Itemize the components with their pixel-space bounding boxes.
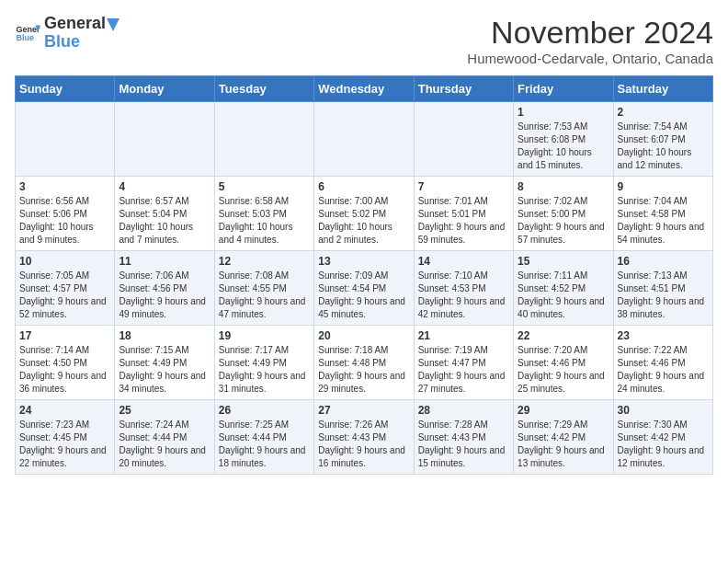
- location-title: Humewood-Cedarvale, Ontario, Canada: [467, 51, 713, 66]
- calendar-cell: 24Sunrise: 7:23 AM Sunset: 4:45 PM Dayli…: [16, 400, 115, 475]
- day-number: 7: [418, 180, 509, 193]
- page-header: General Blue General Blue November 2024 …: [15, 15, 713, 66]
- calendar-cell: 6Sunrise: 7:00 AM Sunset: 5:02 PM Daylig…: [314, 177, 414, 251]
- logo-blue-text: Blue: [44, 32, 80, 51]
- month-title: November 2024: [467, 15, 713, 51]
- svg-text:Blue: Blue: [16, 33, 34, 42]
- day-info: Sunrise: 7:02 AM Sunset: 5:00 PM Dayligh…: [518, 195, 609, 247]
- day-info: Sunrise: 6:58 AM Sunset: 5:03 PM Dayligh…: [219, 195, 310, 247]
- weekday-header-saturday: Saturday: [613, 76, 712, 102]
- calendar-cell: 27Sunrise: 7:26 AM Sunset: 4:43 PM Dayli…: [314, 400, 414, 475]
- day-info: Sunrise: 6:57 AM Sunset: 5:04 PM Dayligh…: [119, 195, 210, 247]
- day-info: Sunrise: 7:19 AM Sunset: 4:47 PM Dayligh…: [418, 344, 509, 396]
- day-number: 9: [618, 180, 709, 193]
- logo-triangle-icon: [107, 18, 119, 31]
- day-info: Sunrise: 7:00 AM Sunset: 5:02 PM Dayligh…: [318, 195, 409, 247]
- calendar-cell: 26Sunrise: 7:25 AM Sunset: 4:44 PM Dayli…: [214, 400, 313, 475]
- calendar-cell: 21Sunrise: 7:19 AM Sunset: 4:47 PM Dayli…: [414, 326, 513, 400]
- calendar-cell: 14Sunrise: 7:10 AM Sunset: 4:53 PM Dayli…: [414, 251, 513, 326]
- day-info: Sunrise: 7:53 AM Sunset: 6:08 PM Dayligh…: [518, 121, 609, 172]
- day-number: 3: [19, 180, 110, 193]
- day-number: 15: [518, 255, 609, 268]
- day-info: Sunrise: 7:04 AM Sunset: 4:58 PM Dayligh…: [618, 195, 709, 247]
- logo-general-text: General: [44, 15, 106, 33]
- day-info: Sunrise: 7:22 AM Sunset: 4:46 PM Dayligh…: [618, 344, 709, 396]
- calendar-cell: 2Sunrise: 7:54 AM Sunset: 6:07 PM Daylig…: [613, 102, 712, 177]
- day-info: Sunrise: 7:14 AM Sunset: 4:50 PM Dayligh…: [19, 344, 110, 396]
- day-number: 24: [19, 404, 110, 417]
- weekday-header-sunday: Sunday: [16, 76, 115, 102]
- weekday-header-monday: Monday: [115, 76, 214, 102]
- calendar-cell: 25Sunrise: 7:24 AM Sunset: 4:44 PM Dayli…: [115, 400, 214, 475]
- weekday-header-friday: Friday: [514, 76, 613, 102]
- day-info: Sunrise: 7:06 AM Sunset: 4:56 PM Dayligh…: [119, 270, 210, 321]
- calendar-cell: 4Sunrise: 6:57 AM Sunset: 5:04 PM Daylig…: [115, 177, 214, 251]
- weekday-header-tuesday: Tuesday: [214, 76, 313, 102]
- calendar-cell: 12Sunrise: 7:08 AM Sunset: 4:55 PM Dayli…: [214, 251, 313, 326]
- calendar-cell: 13Sunrise: 7:09 AM Sunset: 4:54 PM Dayli…: [314, 251, 414, 326]
- day-number: 19: [219, 329, 310, 342]
- calendar-cell: 11Sunrise: 7:06 AM Sunset: 4:56 PM Dayli…: [115, 251, 214, 326]
- calendar-header: SundayMondayTuesdayWednesdayThursdayFrid…: [16, 76, 713, 102]
- calendar-body: 1Sunrise: 7:53 AM Sunset: 6:08 PM Daylig…: [16, 102, 713, 475]
- day-info: Sunrise: 7:08 AM Sunset: 4:55 PM Dayligh…: [219, 270, 310, 321]
- day-info: Sunrise: 7:26 AM Sunset: 4:43 PM Dayligh…: [318, 419, 409, 470]
- svg-marker-3: [107, 18, 119, 31]
- day-number: 20: [318, 329, 409, 342]
- calendar-week-row: 10Sunrise: 7:05 AM Sunset: 4:57 PM Dayli…: [16, 251, 713, 326]
- calendar-cell: 18Sunrise: 7:15 AM Sunset: 4:49 PM Dayli…: [115, 326, 214, 400]
- weekday-header-wednesday: Wednesday: [314, 76, 414, 102]
- calendar-cell: 1Sunrise: 7:53 AM Sunset: 6:08 PM Daylig…: [514, 102, 613, 177]
- calendar-cell: 22Sunrise: 7:20 AM Sunset: 4:46 PM Dayli…: [514, 326, 613, 400]
- logo: General Blue General Blue: [15, 15, 106, 52]
- day-info: Sunrise: 7:30 AM Sunset: 4:42 PM Dayligh…: [618, 419, 709, 470]
- day-info: Sunrise: 6:56 AM Sunset: 5:06 PM Dayligh…: [19, 195, 110, 247]
- day-info: Sunrise: 7:25 AM Sunset: 4:44 PM Dayligh…: [219, 419, 310, 470]
- day-number: 30: [618, 404, 709, 417]
- day-number: 12: [219, 255, 310, 268]
- weekday-header-thursday: Thursday: [414, 76, 513, 102]
- day-info: Sunrise: 7:11 AM Sunset: 4:52 PM Dayligh…: [518, 270, 609, 321]
- calendar-cell: 30Sunrise: 7:30 AM Sunset: 4:42 PM Dayli…: [613, 400, 712, 475]
- calendar-cell: 7Sunrise: 7:01 AM Sunset: 5:01 PM Daylig…: [414, 177, 513, 251]
- calendar-cell: 19Sunrise: 7:17 AM Sunset: 4:49 PM Dayli…: [214, 326, 313, 400]
- day-info: Sunrise: 7:09 AM Sunset: 4:54 PM Dayligh…: [318, 270, 409, 321]
- calendar-table: SundayMondayTuesdayWednesdayThursdayFrid…: [15, 75, 713, 475]
- day-number: 18: [119, 329, 210, 342]
- day-info: Sunrise: 7:17 AM Sunset: 4:49 PM Dayligh…: [219, 344, 310, 396]
- calendar-cell: 23Sunrise: 7:22 AM Sunset: 4:46 PM Dayli…: [613, 326, 712, 400]
- calendar-cell: 28Sunrise: 7:28 AM Sunset: 4:43 PM Dayli…: [414, 400, 513, 475]
- day-info: Sunrise: 7:01 AM Sunset: 5:01 PM Dayligh…: [418, 195, 509, 247]
- calendar-cell: 10Sunrise: 7:05 AM Sunset: 4:57 PM Dayli…: [16, 251, 115, 326]
- day-number: 29: [518, 404, 609, 417]
- day-info: Sunrise: 7:13 AM Sunset: 4:51 PM Dayligh…: [618, 270, 709, 321]
- day-info: Sunrise: 7:54 AM Sunset: 6:07 PM Dayligh…: [618, 121, 709, 172]
- calendar-week-row: 1Sunrise: 7:53 AM Sunset: 6:08 PM Daylig…: [16, 102, 713, 177]
- day-info: Sunrise: 7:15 AM Sunset: 4:49 PM Dayligh…: [119, 344, 210, 396]
- day-number: 28: [418, 404, 509, 417]
- day-number: 14: [418, 255, 509, 268]
- calendar-cell: [214, 102, 313, 177]
- day-number: 26: [219, 404, 310, 417]
- day-number: 16: [618, 255, 709, 268]
- calendar-cell: 5Sunrise: 6:58 AM Sunset: 5:03 PM Daylig…: [214, 177, 313, 251]
- day-info: Sunrise: 7:18 AM Sunset: 4:48 PM Dayligh…: [318, 344, 409, 396]
- calendar-cell: [16, 102, 115, 177]
- calendar-cell: 8Sunrise: 7:02 AM Sunset: 5:00 PM Daylig…: [514, 177, 613, 251]
- calendar-cell: [414, 102, 513, 177]
- day-number: 4: [119, 180, 210, 193]
- calendar-week-row: 17Sunrise: 7:14 AM Sunset: 4:50 PM Dayli…: [16, 326, 713, 400]
- calendar-cell: 9Sunrise: 7:04 AM Sunset: 4:58 PM Daylig…: [613, 177, 712, 251]
- day-info: Sunrise: 7:23 AM Sunset: 4:45 PM Dayligh…: [19, 419, 110, 470]
- day-number: 11: [119, 255, 210, 268]
- calendar-cell: 17Sunrise: 7:14 AM Sunset: 4:50 PM Dayli…: [16, 326, 115, 400]
- day-info: Sunrise: 7:20 AM Sunset: 4:46 PM Dayligh…: [518, 344, 609, 396]
- calendar-cell: 29Sunrise: 7:29 AM Sunset: 4:42 PM Dayli…: [514, 400, 613, 475]
- day-number: 22: [518, 329, 609, 342]
- calendar-cell: 16Sunrise: 7:13 AM Sunset: 4:51 PM Dayli…: [613, 251, 712, 326]
- day-number: 1: [518, 106, 609, 119]
- day-number: 8: [518, 180, 609, 193]
- day-number: 10: [19, 255, 110, 268]
- day-info: Sunrise: 7:24 AM Sunset: 4:44 PM Dayligh…: [119, 419, 210, 470]
- day-number: 25: [119, 404, 210, 417]
